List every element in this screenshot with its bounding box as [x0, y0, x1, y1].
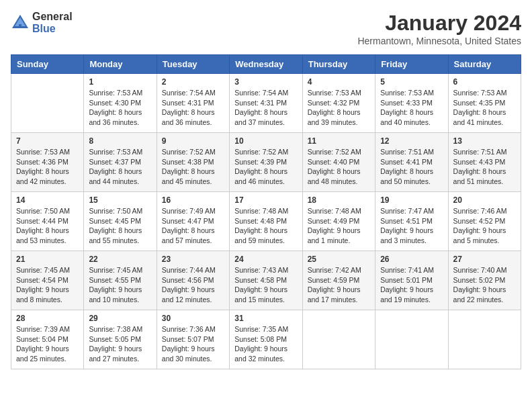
- day-number: 21: [16, 255, 79, 264]
- day-number: 31: [234, 314, 297, 323]
- day-info: Sunrise: 7:53 AM Sunset: 4:32 PM Dayligh…: [308, 88, 370, 128]
- calendar-cell: 25Sunrise: 7:42 AM Sunset: 4:59 PM Dayli…: [302, 251, 375, 310]
- day-info: Sunrise: 7:39 AM Sunset: 5:04 PM Dayligh…: [16, 324, 79, 364]
- day-number: 2: [162, 77, 224, 87]
- day-number: 7: [16, 136, 79, 146]
- day-info: Sunrise: 7:52 AM Sunset: 4:39 PM Dayligh…: [234, 147, 297, 187]
- calendar-cell: 19Sunrise: 7:47 AM Sunset: 4:51 PM Dayli…: [375, 192, 448, 251]
- calendar-cell: [375, 310, 448, 369]
- day-info: Sunrise: 7:45 AM Sunset: 4:55 PM Dayligh…: [89, 265, 151, 305]
- calendar-cell: 27Sunrise: 7:40 AM Sunset: 5:02 PM Dayli…: [448, 251, 521, 310]
- day-number: 20: [453, 195, 516, 205]
- logo-text: General Blue: [32, 11, 73, 34]
- day-info: Sunrise: 7:41 AM Sunset: 5:01 PM Dayligh…: [380, 265, 443, 305]
- day-number: 22: [89, 255, 151, 264]
- calendar-cell: 24Sunrise: 7:43 AM Sunset: 4:58 PM Dayli…: [230, 251, 302, 310]
- day-number: 9: [162, 136, 224, 146]
- day-info: Sunrise: 7:54 AM Sunset: 4:31 PM Dayligh…: [162, 88, 224, 128]
- day-info: Sunrise: 7:49 AM Sunset: 4:47 PM Dayligh…: [162, 206, 224, 246]
- logo: General Blue: [11, 11, 73, 34]
- calendar-body: 1Sunrise: 7:53 AM Sunset: 4:30 PM Daylig…: [11, 74, 521, 369]
- day-number: 30: [162, 314, 224, 323]
- day-info: Sunrise: 7:50 AM Sunset: 4:44 PM Dayligh…: [16, 206, 79, 246]
- day-info: Sunrise: 7:40 AM Sunset: 5:02 PM Dayligh…: [453, 265, 516, 305]
- calendar-cell: 8Sunrise: 7:53 AM Sunset: 4:37 PM Daylig…: [84, 133, 157, 192]
- day-info: Sunrise: 7:43 AM Sunset: 4:58 PM Dayligh…: [234, 265, 297, 305]
- calendar-cell: [448, 310, 521, 369]
- weekday-header: Thursday: [302, 55, 375, 74]
- calendar-week-row: 1Sunrise: 7:53 AM Sunset: 4:30 PM Daylig…: [11, 74, 521, 133]
- calendar-cell: 12Sunrise: 7:51 AM Sunset: 4:41 PM Dayli…: [375, 133, 448, 192]
- calendar-week-row: 7Sunrise: 7:53 AM Sunset: 4:36 PM Daylig…: [11, 133, 521, 192]
- day-number: 1: [89, 77, 151, 87]
- calendar-cell: 29Sunrise: 7:38 AM Sunset: 5:05 PM Dayli…: [84, 310, 157, 369]
- calendar-cell: 13Sunrise: 7:51 AM Sunset: 4:43 PM Dayli…: [448, 133, 521, 192]
- day-info: Sunrise: 7:52 AM Sunset: 4:38 PM Dayligh…: [162, 147, 224, 187]
- day-info: Sunrise: 7:47 AM Sunset: 4:51 PM Dayligh…: [380, 206, 443, 246]
- day-info: Sunrise: 7:53 AM Sunset: 4:35 PM Dayligh…: [453, 88, 516, 128]
- day-info: Sunrise: 7:51 AM Sunset: 4:41 PM Dayligh…: [380, 147, 443, 187]
- day-number: 24: [234, 255, 297, 264]
- calendar-cell: [302, 310, 375, 369]
- weekday-header: Tuesday: [157, 55, 229, 74]
- day-number: 23: [162, 255, 224, 264]
- logo-general-text: General: [32, 11, 73, 23]
- logo-icon: [11, 13, 30, 32]
- day-number: 4: [308, 77, 370, 87]
- day-number: 17: [234, 195, 297, 205]
- day-info: Sunrise: 7:45 AM Sunset: 4:54 PM Dayligh…: [16, 265, 79, 305]
- calendar-cell: 22Sunrise: 7:45 AM Sunset: 4:55 PM Dayli…: [84, 251, 157, 310]
- day-info: Sunrise: 7:35 AM Sunset: 5:08 PM Dayligh…: [234, 324, 297, 364]
- calendar-week-row: 14Sunrise: 7:50 AM Sunset: 4:44 PM Dayli…: [11, 192, 521, 251]
- day-info: Sunrise: 7:48 AM Sunset: 4:49 PM Dayligh…: [308, 206, 370, 246]
- day-number: 28: [16, 314, 79, 323]
- calendar-cell: 18Sunrise: 7:48 AM Sunset: 4:49 PM Dayli…: [302, 192, 375, 251]
- calendar-cell: 14Sunrise: 7:50 AM Sunset: 4:44 PM Dayli…: [11, 192, 84, 251]
- day-number: 25: [308, 255, 370, 264]
- weekday-header: Wednesday: [230, 55, 302, 74]
- day-number: 13: [453, 136, 516, 146]
- day-number: 27: [453, 255, 516, 264]
- day-number: 6: [453, 77, 516, 87]
- calendar-cell: 30Sunrise: 7:36 AM Sunset: 5:07 PM Dayli…: [157, 310, 229, 369]
- day-number: 15: [89, 195, 151, 205]
- day-info: Sunrise: 7:52 AM Sunset: 4:40 PM Dayligh…: [308, 147, 370, 187]
- calendar-cell: 2Sunrise: 7:54 AM Sunset: 4:31 PM Daylig…: [157, 74, 229, 133]
- header-row: SundayMondayTuesdayWednesdayThursdayFrid…: [11, 55, 521, 74]
- calendar-cell: 6Sunrise: 7:53 AM Sunset: 4:35 PM Daylig…: [448, 74, 521, 133]
- day-number: 10: [234, 136, 297, 146]
- day-info: Sunrise: 7:53 AM Sunset: 4:37 PM Dayligh…: [89, 147, 151, 187]
- calendar-cell: 28Sunrise: 7:39 AM Sunset: 5:04 PM Dayli…: [11, 310, 84, 369]
- calendar-cell: 26Sunrise: 7:41 AM Sunset: 5:01 PM Dayli…: [375, 251, 448, 310]
- day-info: Sunrise: 7:48 AM Sunset: 4:48 PM Dayligh…: [234, 206, 297, 246]
- calendar-cell: 5Sunrise: 7:53 AM Sunset: 4:33 PM Daylig…: [375, 74, 448, 133]
- calendar-cell: 21Sunrise: 7:45 AM Sunset: 4:54 PM Dayli…: [11, 251, 84, 310]
- title-block: January 2024 Hermantown, Minnesota, Unit…: [357, 11, 521, 46]
- day-info: Sunrise: 7:46 AM Sunset: 4:52 PM Dayligh…: [453, 206, 516, 246]
- location-text: Hermantown, Minnesota, United States: [357, 36, 521, 46]
- weekday-header: Friday: [375, 55, 448, 74]
- weekday-header: Sunday: [11, 55, 84, 74]
- calendar-cell: 15Sunrise: 7:50 AM Sunset: 4:45 PM Dayli…: [84, 192, 157, 251]
- svg-rect-2: [19, 24, 21, 28]
- calendar-cell: 20Sunrise: 7:46 AM Sunset: 4:52 PM Dayli…: [448, 192, 521, 251]
- calendar-cell: 31Sunrise: 7:35 AM Sunset: 5:08 PM Dayli…: [230, 310, 302, 369]
- day-info: Sunrise: 7:53 AM Sunset: 4:36 PM Dayligh…: [16, 147, 79, 187]
- day-info: Sunrise: 7:53 AM Sunset: 4:33 PM Dayligh…: [380, 88, 443, 128]
- calendar-table: SundayMondayTuesdayWednesdayThursdayFrid…: [11, 54, 521, 369]
- calendar-cell: [11, 74, 84, 133]
- day-number: 5: [380, 77, 443, 87]
- calendar-cell: 7Sunrise: 7:53 AM Sunset: 4:36 PM Daylig…: [11, 133, 84, 192]
- day-info: Sunrise: 7:51 AM Sunset: 4:43 PM Dayligh…: [453, 147, 516, 187]
- day-number: 19: [380, 195, 443, 205]
- calendar-week-row: 21Sunrise: 7:45 AM Sunset: 4:54 PM Dayli…: [11, 251, 521, 310]
- day-number: 14: [16, 195, 79, 205]
- calendar-cell: 1Sunrise: 7:53 AM Sunset: 4:30 PM Daylig…: [84, 74, 157, 133]
- calendar-header: SundayMondayTuesdayWednesdayThursdayFrid…: [11, 55, 521, 74]
- day-number: 11: [308, 136, 370, 146]
- day-info: Sunrise: 7:44 AM Sunset: 4:56 PM Dayligh…: [162, 265, 224, 305]
- calendar-cell: 10Sunrise: 7:52 AM Sunset: 4:39 PM Dayli…: [230, 133, 302, 192]
- day-number: 18: [308, 195, 370, 205]
- day-info: Sunrise: 7:36 AM Sunset: 5:07 PM Dayligh…: [162, 324, 224, 364]
- weekday-header: Saturday: [448, 55, 521, 74]
